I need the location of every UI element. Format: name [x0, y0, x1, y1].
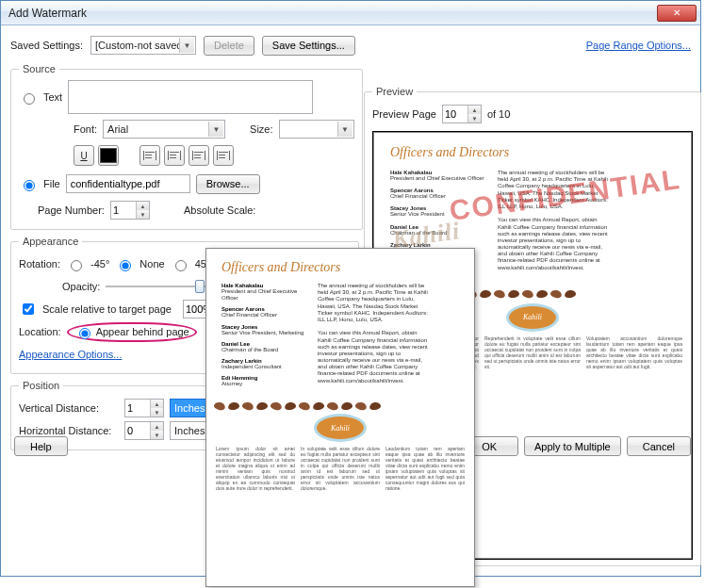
up-arrow-icon[interactable]: ▲ — [150, 400, 163, 408]
window-title: Add Watermark — [8, 7, 87, 20]
align-right-icon — [192, 151, 205, 160]
logo-icon: Kahili — [314, 414, 367, 442]
source-text-label: Text — [43, 91, 62, 103]
absolute-scale-label: Absolute Scale: — [184, 204, 255, 216]
appearance-options-link[interactable]: Appearance Options... — [19, 349, 122, 360]
horizontal-distance-unit: Inches — [174, 425, 205, 436]
page-number-value[interactable] — [111, 202, 136, 219]
horizontal-distance-spinner[interactable]: ▲▼ — [124, 421, 164, 440]
rotation-45-radio[interactable] — [175, 260, 187, 271]
underline-button[interactable]: U — [74, 145, 94, 166]
color-swatch-button[interactable] — [98, 145, 119, 166]
delete-button[interactable]: Delete — [204, 36, 254, 56]
chevron-down-icon: ▼ — [337, 122, 352, 137]
doc-heading: Officers and Directors — [390, 145, 675, 160]
down-arrow-icon[interactable]: ▼ — [136, 210, 149, 219]
apply-multiple-button[interactable]: Apply to Multiple — [524, 436, 621, 456]
saved-settings-combo[interactable]: [Custom-not saved] ▼ — [90, 36, 196, 55]
horizontal-distance-label: Horizontal Distance: — [19, 425, 119, 436]
preview-of-label: of 10 — [487, 108, 510, 120]
horizontal-distance-value[interactable] — [125, 422, 150, 439]
page-number-label: Page Number: — [38, 204, 105, 216]
align-center-icon — [168, 151, 181, 160]
position-legend: Position — [19, 380, 63, 391]
titlebar: Add Watermark ✕ — [1, 1, 700, 25]
floating-preview-popup: Officers and Directors Hale KahakalauPre… — [205, 248, 475, 587]
rotation-m45-label: -45° — [90, 258, 109, 270]
scale-relative-checkbox[interactable] — [23, 303, 34, 315]
preview-page-spinner[interactable]: ▲▼ — [442, 105, 482, 123]
preview-legend: Preview — [372, 86, 417, 97]
location-behind-radio[interactable] — [79, 328, 90, 339]
location-label: Location: — [19, 326, 61, 337]
color-swatch-icon — [100, 148, 117, 163]
vertical-distance-spinner[interactable]: ▲▼ — [124, 399, 164, 417]
source-legend: Source — [19, 63, 59, 74]
slider-thumb-icon[interactable] — [195, 280, 205, 293]
opacity-label: Opacity: — [62, 281, 100, 292]
page-range-options-link[interactable]: Page Range Options... — [586, 40, 691, 51]
rotation-none-label: None — [139, 258, 164, 270]
saved-settings-value: [Custom-not saved] — [95, 40, 185, 51]
source-file-label: File — [43, 178, 60, 189]
down-arrow-icon[interactable]: ▼ — [150, 408, 163, 416]
align-right-button[interactable] — [189, 145, 209, 166]
rotation-m45-radio[interactable] — [71, 260, 82, 271]
close-icon[interactable]: ✕ — [657, 5, 697, 22]
vertical-distance-label: Vertical Distance: — [19, 402, 119, 414]
source-text-radio[interactable] — [24, 93, 35, 105]
align-center-button[interactable] — [164, 145, 185, 166]
preview-page-value[interactable] — [443, 106, 467, 122]
page-number-spinner[interactable]: ▲▼ — [110, 201, 150, 220]
align-left-button[interactable] — [139, 145, 160, 166]
doc-body-columns: Lorem ipsum dolor sit amet consectetur a… — [206, 442, 474, 495]
chevron-down-icon: ▼ — [179, 38, 194, 53]
font-value: Arial — [107, 123, 128, 135]
underline-icon: U — [80, 151, 87, 161]
file-path-input[interactable] — [66, 174, 190, 193]
preview-page-label: Preview Page — [372, 108, 436, 120]
logo-icon: Kahili — [506, 303, 559, 332]
doc-heading: Officers and Directors — [221, 260, 459, 275]
save-settings-button[interactable]: Save Settings... — [262, 36, 355, 56]
align-justify-button[interactable] — [213, 145, 234, 166]
up-arrow-icon[interactable]: ▲ — [467, 106, 481, 114]
scale-relative-label: Scale relative to target page — [42, 303, 172, 315]
cancel-button[interactable]: Cancel — [627, 436, 691, 456]
up-arrow-icon[interactable]: ▲ — [136, 202, 149, 210]
vertical-distance-value[interactable] — [125, 400, 150, 416]
font-combo[interactable]: Arial ▼ — [103, 120, 225, 139]
down-arrow-icon[interactable]: ▼ — [467, 114, 481, 122]
vertical-distance-unit: Inches — [174, 402, 205, 414]
font-label: Font: — [74, 123, 97, 135]
watermark-text-input[interactable] — [68, 80, 313, 114]
source-group: Source Text Font: Arial ▼ Size: ▼ — [10, 63, 363, 230]
chevron-down-icon: ▼ — [208, 122, 223, 137]
size-label: Size: — [250, 123, 272, 135]
appearance-legend: Appearance — [19, 236, 82, 247]
rotation-none-radio[interactable] — [120, 260, 131, 271]
align-left-icon — [143, 151, 156, 160]
up-arrow-icon[interactable]: ▲ — [150, 422, 163, 431]
source-file-radio[interactable] — [24, 180, 35, 191]
help-button[interactable]: Help — [14, 436, 68, 456]
browse-button[interactable]: Browse... — [196, 174, 260, 194]
saved-settings-label: Saved Settings: — [10, 40, 83, 51]
beans-art — [206, 399, 474, 414]
location-behind-label: Appear behind page — [96, 326, 189, 337]
rotation-label: Rotation: — [19, 258, 60, 270]
down-arrow-icon[interactable]: ▼ — [150, 431, 163, 439]
align-justify-icon — [217, 151, 230, 160]
location-behind-highlight: Appear behind page — [67, 322, 197, 342]
size-combo[interactable]: ▼ — [279, 120, 354, 139]
